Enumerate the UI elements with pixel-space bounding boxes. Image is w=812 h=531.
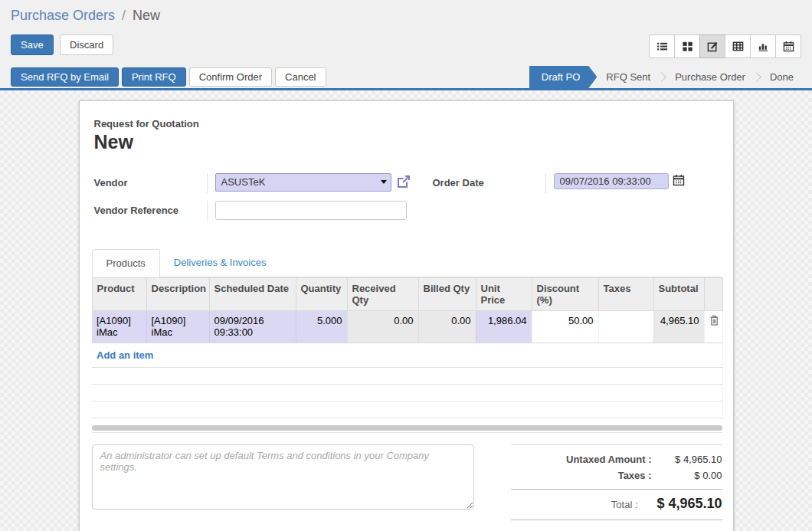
list-view-button[interactable] [649, 34, 675, 58]
add-item-row: Add an item [92, 343, 722, 368]
status-step-done[interactable]: Done [761, 66, 803, 88]
empty-line [92, 368, 722, 385]
cell-billed-qty: 0.00 [418, 311, 476, 343]
col-header-discount: Discount (%) [532, 278, 598, 311]
cell-delete [704, 311, 722, 343]
record-actions: Save Discard [11, 34, 113, 55]
terms-and-conditions-input[interactable] [92, 444, 474, 510]
taxes-label: Taxes : [618, 470, 652, 481]
cancel-button[interactable]: Cancel [275, 67, 326, 87]
col-header-subtotal: Subtotal [653, 278, 704, 311]
cell-unit-price[interactable]: 1,986.04 [476, 311, 532, 343]
tab-products[interactable]: Products [92, 249, 160, 277]
print-rfq-button[interactable]: Print RFQ [122, 67, 186, 87]
col-header-scheduled-date: Scheduled Date [209, 278, 296, 311]
vendor-select[interactable]: ASUSTeK [215, 173, 391, 192]
empty-line [92, 402, 722, 418]
dropdown-caret-icon [381, 180, 387, 184]
main-area: Request for Quotation New Vendor ASUSTeK [0, 90, 812, 531]
sheet-footer: Untaxed Amount : $ 4,965.10 Taxes : $ 0.… [92, 438, 722, 520]
delete-line-button[interactable] [709, 315, 719, 328]
col-header-description: Description [146, 278, 209, 311]
col-header-received-qty: Received Qty [347, 278, 418, 311]
external-link-icon [397, 175, 411, 191]
toolbar-row: Save Discard [0, 24, 812, 66]
order-lines-table: Product Description Scheduled Date Quant… [92, 277, 723, 418]
notebook: Products Deliveries & Invoices Product D… [92, 248, 721, 433]
scrollbar-track [92, 432, 722, 433]
graph-view-icon [758, 41, 769, 52]
form-view-icon [707, 41, 719, 52]
table-header-row: Product Description Scheduled Date Quant… [92, 278, 722, 311]
col-header-unit-price: Unit Price [476, 278, 532, 311]
date-picker-button[interactable] [673, 174, 685, 188]
add-an-item-link[interactable]: Add an item [97, 349, 153, 361]
vendor-reference-label: Vendor Reference [94, 201, 208, 221]
pivot-view-button[interactable] [725, 34, 751, 58]
cell-discount[interactable]: 50.00 [532, 311, 598, 343]
totals-panel: Untaxed Amount : $ 4,965.10 Taxes : $ 0.… [511, 444, 722, 520]
calendar-view-button[interactable] [775, 34, 801, 58]
view-switcher [649, 34, 801, 58]
status-step-rfq-sent[interactable]: RFQ Sent [597, 66, 660, 88]
open-vendor-button[interactable] [397, 175, 411, 191]
breadcrumb-separator: / [119, 8, 129, 23]
col-header-billed-qty: Billed Qty [418, 278, 476, 311]
notebook-tabs: Products Deliveries & Invoices [92, 248, 721, 277]
send-rfq-by-email-button[interactable]: Send RFQ by Email [11, 67, 119, 87]
cell-description[interactable]: [A1090] iMac [146, 311, 209, 343]
total-value: $ 4,965.10 [638, 496, 722, 512]
cell-taxes[interactable] [598, 311, 653, 343]
col-header-quantity: Quantity [296, 278, 347, 311]
col-header-product: Product [92, 278, 146, 311]
status-step-draft-po[interactable]: Draft PO [529, 66, 598, 88]
total-label: Total : [611, 499, 638, 510]
cell-received-qty: 0.00 [347, 311, 418, 343]
workflow-actions: Send RFQ by Email Print RFQ Confirm Orde… [11, 66, 326, 88]
status-pipeline: Draft PO RFQ Sent Purchase Order Done [529, 66, 812, 88]
graph-view-button[interactable] [750, 34, 776, 58]
empty-line [92, 385, 722, 402]
form-sheet: Request for Quotation New Vendor ASUSTeK [79, 100, 734, 531]
breadcrumb-current: New [133, 8, 160, 23]
cell-quantity[interactable]: 5.000 [296, 311, 347, 343]
col-header-taxes: Taxes [598, 278, 653, 311]
cell-scheduled-date[interactable]: 09/09/2016 09:33:00 [209, 311, 296, 343]
col-header-actions [704, 278, 722, 311]
calendar-view-icon [783, 41, 794, 52]
breadcrumb-purchase-orders[interactable]: Purchase Orders [11, 8, 115, 23]
kanban-view-icon [682, 41, 693, 52]
calendar-icon [673, 174, 685, 188]
kanban-view-button[interactable] [674, 34, 700, 58]
status-step-purchase-order[interactable]: Purchase Order [666, 66, 755, 88]
vendor-label: Vendor [94, 173, 208, 193]
top-header: Purchase Orders / New [0, 0, 812, 24]
save-button[interactable]: Save [11, 34, 54, 55]
form-fields: Vendor ASUSTeK Vendor Reference [94, 173, 721, 228]
table-row: [A1090] iMac [A1090] iMac 09/09/2016 09:… [92, 311, 722, 343]
page-title: New [94, 131, 721, 153]
taxes-value: $ 0.00 [652, 470, 722, 481]
statusbar: Send RFQ by Email Print RFQ Confirm Orde… [0, 66, 812, 90]
order-date-input[interactable] [554, 173, 669, 189]
breadcrumb: Purchase Orders / New [11, 8, 801, 24]
list-view-icon [656, 41, 668, 52]
pivot-view-icon [732, 41, 744, 52]
form-view-button[interactable] [699, 34, 725, 58]
untaxed-amount-value: $ 4,965.10 [652, 454, 722, 465]
cell-product[interactable]: [A1090] iMac [92, 311, 146, 343]
sheet-subtitle: Request for Quotation [94, 118, 721, 129]
trash-icon [709, 316, 719, 328]
vendor-reference-input[interactable] [215, 201, 407, 220]
horizontal-scrollbar[interactable] [92, 425, 722, 431]
order-date-label: Order Date [433, 173, 546, 193]
untaxed-amount-label: Untaxed Amount : [566, 454, 651, 465]
tab-deliveries-invoices[interactable]: Deliveries & Invoices [160, 249, 280, 277]
vendor-value: ASUSTeK [221, 176, 266, 188]
discard-button[interactable]: Discard [60, 34, 113, 55]
cell-subtotal: 4,965.10 [653, 311, 704, 343]
confirm-order-button[interactable]: Confirm Order [189, 67, 272, 87]
